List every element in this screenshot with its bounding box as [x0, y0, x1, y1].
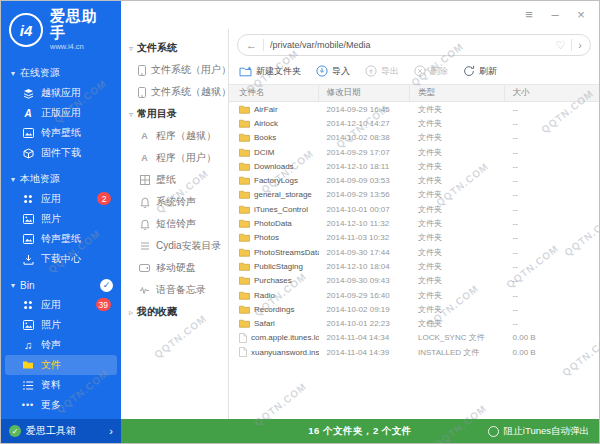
- divider: [263, 39, 264, 51]
- tree-item-system-ringtones[interactable]: 系统铃声: [121, 191, 228, 213]
- sidebar-item-local-photos[interactable]: 照片: [5, 209, 117, 229]
- sidebar-item-label: 下载中心: [41, 252, 81, 266]
- refresh-button[interactable]: 刷新: [463, 65, 497, 78]
- sidebar-item-device-files[interactable]: 文件: [5, 355, 117, 375]
- genuine-apps-icon: A: [21, 108, 35, 119]
- table-row[interactable]: PhotoData2014-12-10 11:32文件夹--: [229, 216, 599, 230]
- sidebar-section-header[interactable]: ▾本地资源: [1, 169, 121, 189]
- minimize-button[interactable]: –: [545, 5, 565, 23]
- new-folder-button[interactable]: 新建文件夹: [239, 65, 301, 78]
- tree-item-filesystem-jailbreak[interactable]: 文件系统（越狱）: [121, 81, 228, 103]
- file-name-cell: DCIM: [229, 148, 319, 157]
- table-row[interactable]: Radio2014-09-29 16:40文件夹--: [229, 288, 599, 302]
- sidebar-item-online-genuine-apps[interactable]: A正版应用: [5, 103, 117, 123]
- file-size-cell: --: [505, 219, 599, 228]
- table-row[interactable]: Purchases2014-09-30 09:43文件夹--: [229, 274, 599, 288]
- file-date-cell: 2014-11-04 14:39: [319, 348, 411, 357]
- file-date-cell: 2014-10-01 00:07: [319, 205, 411, 214]
- sidebar-item-device-data[interactable]: 资料: [5, 375, 117, 395]
- tree-item-wallpapers[interactable]: 壁纸: [121, 169, 228, 191]
- notification-badge: 39: [96, 298, 111, 311]
- sidebar-item-device-photos[interactable]: 照片: [5, 315, 117, 335]
- sidebar-item-device-apps[interactable]: 应用39: [5, 295, 117, 315]
- table-row[interactable]: Books2014-10-02 08:38文件夹--: [229, 131, 599, 145]
- table-row[interactable]: FactoryLogs2014-09-09 03:53文件夹--: [229, 173, 599, 187]
- sidebar-item-local-ringtone-wallpaper[interactable]: 铃声壁纸: [5, 229, 117, 249]
- back-icon[interactable]: ←: [246, 39, 257, 51]
- tree-item-filesystem-user[interactable]: 文件系统（用户）: [121, 59, 228, 81]
- column-header[interactable]: 类型: [410, 85, 504, 101]
- apps-grid-icon: [21, 300, 35, 310]
- tree-item-portable-disk[interactable]: 移动硬盘: [121, 257, 228, 279]
- table-row[interactable]: Downloads2014-12-10 18:11文件夹--: [229, 159, 599, 173]
- file-size-cell: --: [505, 105, 599, 114]
- file-size-cell: --: [505, 119, 599, 128]
- tree-item-programs-jailbreak[interactable]: A程序（越狱）: [121, 125, 228, 147]
- sidebar-item-device-ringtones[interactable]: ♫铃声: [5, 335, 117, 355]
- column-header[interactable]: 大小: [505, 85, 599, 101]
- sidebar-item-online-jailbreak-apps[interactable]: 越狱应用: [5, 83, 117, 103]
- table-row[interactable]: Airlock2014-12-10 14:27文件夹--: [229, 116, 599, 130]
- address-bar[interactable]: ← /private/var/mobile/Media ♡ ›: [237, 34, 591, 56]
- table-row[interactable]: com.apple.itunes.lock..2014-11-04 14:34L…: [229, 331, 599, 345]
- toolbar-button-label: 删除: [430, 65, 448, 78]
- tree-group-header[interactable]: ▿文件系统: [121, 37, 228, 59]
- row-folder-icon: [239, 233, 250, 242]
- sidebar-item-local-apps[interactable]: 应用2: [5, 189, 117, 209]
- tree-item-cydia-install-dir[interactable]: Cydia安装目录: [121, 235, 228, 257]
- tree-item-programs-user[interactable]: A程序（用户）: [121, 147, 228, 169]
- favorite-heart-icon[interactable]: ♡: [555, 39, 565, 52]
- tree-item-sms-ringtones[interactable]: 短信铃声: [121, 213, 228, 235]
- block-itunes-toggle[interactable]: 阻止iTunes自动弹出: [488, 419, 589, 443]
- column-header[interactable]: 修改日期: [319, 85, 411, 101]
- table-row[interactable]: iTunes_Control2014-10-01 00:07文件夹--: [229, 202, 599, 216]
- sidebar: i4 爱思助手 www.i4.cn ▾在线资源越狱应用A正版应用铃声壁纸固件下载…: [1, 1, 121, 419]
- forward-chevron-icon[interactable]: ›: [578, 39, 582, 51]
- photos-icon: [21, 214, 35, 224]
- row-folder-icon: [239, 248, 250, 257]
- sidebar-section-header[interactable]: ▾Bin✓: [1, 275, 121, 295]
- toolbox-footer-button[interactable]: ✓ 爱思工具箱 ›: [1, 419, 121, 443]
- firmware-cube-icon: [21, 148, 35, 159]
- file-date-cell: 2014-11-03 10:32: [319, 233, 411, 242]
- column-header[interactable]: 文件名: [229, 85, 319, 101]
- file-date-cell: 2014-09-29 16:40: [319, 291, 411, 300]
- table-row[interactable]: Photos2014-11-03 10:32文件夹--: [229, 231, 599, 245]
- file-name-cell: PublicStaging: [229, 262, 319, 271]
- row-folder-icon: [239, 291, 250, 300]
- sidebar-section-header[interactable]: ▾在线资源: [1, 63, 121, 83]
- sidebar-item-label: 应用: [41, 192, 61, 206]
- table-row[interactable]: PublicStaging2014-12-10 18:04文件夹--: [229, 259, 599, 273]
- sidebar-item-online-ringtone-wallpaper[interactable]: 铃声壁纸: [5, 123, 117, 143]
- sidebar-item-label: 文件: [41, 358, 61, 372]
- menu-button[interactable]: ≡: [519, 5, 539, 23]
- sidebar-item-online-firmware-download[interactable]: 固件下载: [5, 143, 117, 163]
- file-toolbar: 新建文件夹导入导出删除刷新: [229, 56, 599, 84]
- status-bar: 16 个文件夹，2 个文件 阻止iTunes自动弹出: [121, 419, 599, 443]
- import-button[interactable]: 导入: [316, 65, 350, 78]
- table-row[interactable]: AirFair2014-09-29 16:45文件夹--: [229, 102, 599, 116]
- tree-item-label: 程序（用户）: [156, 151, 216, 165]
- table-row[interactable]: xuanyuansword.install..2014-11-04 14:39I…: [229, 345, 599, 359]
- file-name-cell: Recordings: [229, 305, 319, 314]
- tree-item-voice-memos[interactable]: 语音备忘录: [121, 279, 228, 301]
- app-a-icon: A: [138, 153, 151, 163]
- notification-badge: 2: [97, 192, 111, 205]
- file-date-cell: 2014-10-02 09:19: [319, 305, 411, 314]
- grid-icon: [138, 175, 151, 185]
- table-row[interactable]: PhotoStreamsData2014-09-30 17:44文件夹--: [229, 245, 599, 259]
- file-name: Books: [254, 133, 276, 142]
- toolbar-button-label: 导出: [381, 65, 399, 78]
- table-row[interactable]: DCIM2014-09-29 17:07文件夹--: [229, 145, 599, 159]
- logo-icon: i4: [9, 13, 43, 47]
- delete-icon: [414, 65, 426, 77]
- sidebar-item-local-download-center[interactable]: 下载中心: [5, 249, 117, 269]
- table-row[interactable]: Recordings2014-10-02 09:19文件夹--: [229, 302, 599, 316]
- table-row[interactable]: general_storage2014-09-29 13:56文件夹--: [229, 188, 599, 202]
- file-size-cell: --: [505, 205, 599, 214]
- sidebar-item-device-more[interactable]: •••更多: [5, 395, 117, 415]
- table-row[interactable]: Safari2014-10-01 22:23文件夹--: [229, 316, 599, 330]
- tree-group-header[interactable]: ▿常用目录: [121, 103, 228, 125]
- tree-group-header[interactable]: ▹我的收藏: [121, 301, 228, 323]
- close-button[interactable]: ×: [571, 5, 591, 23]
